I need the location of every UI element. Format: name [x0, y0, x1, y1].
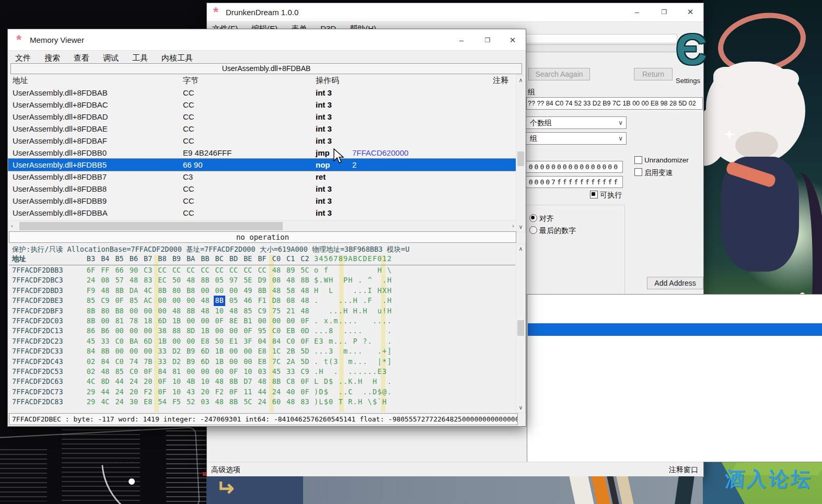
hex-byte-cell[interactable]: 44: [257, 387, 268, 397]
hex-byte-cell[interactable]: 4C: [142, 286, 154, 296]
hex-byte-cell[interactable]: E8: [257, 346, 268, 356]
hex-byte-cell[interactable]: 43: [185, 387, 196, 397]
hex-byte-cell[interactable]: 81: [171, 367, 182, 377]
col-address[interactable]: 地址: [13, 76, 28, 86]
hex-byte-cell[interactable]: 00: [199, 367, 211, 377]
hex-byte-cell[interactable]: 00: [242, 346, 253, 356]
hex-byte-cell[interactable]: 00: [214, 367, 225, 377]
hex-byte-cell[interactable]: D7: [242, 377, 253, 386]
hex-byte-cell[interactable]: 78: [128, 316, 140, 326]
hex-byte-cell[interactable]: 1B: [214, 346, 225, 356]
hex-byte-cell[interactable]: 1B: [157, 336, 168, 346]
hex-byte-cell[interactable]: D2: [171, 346, 182, 356]
hex-row[interactable]: 7FFACDF2DC53024885C00F84810000000F100345…: [9, 367, 515, 377]
hex-byte-cell[interactable]: 8B: [185, 306, 196, 316]
hex-byte-cell[interactable]: 1B: [199, 326, 211, 336]
hex-byte-cell[interactable]: 08: [271, 275, 282, 285]
hex-byte-cell[interactable]: 0F: [142, 367, 154, 377]
address-list-selected-row[interactable]: [528, 323, 822, 336]
hex-byte-cell[interactable]: 20: [199, 387, 211, 397]
hex-byte-cell[interactable]: 48: [199, 306, 211, 316]
scrollbar-thumb[interactable]: [19, 222, 283, 230]
hex-byte-cell[interactable]: 6D: [142, 336, 154, 346]
hex-byte-cell[interactable]: 48: [171, 306, 182, 316]
disasm-row[interactable]: UserAssembly.dll+8FDBAECCint 3: [8, 123, 516, 135]
hex-byte-cell[interactable]: 1B: [214, 357, 225, 367]
hex-byte-cell[interactable]: 00: [228, 286, 239, 296]
mv-menu-4[interactable]: 工具: [132, 53, 148, 63]
hex-byte-cell[interactable]: 40: [285, 387, 296, 397]
scrollbar-thumb[interactable]: [517, 151, 524, 166]
hex-byte-cell[interactable]: 24: [128, 377, 140, 386]
hex-byte-cell[interactable]: C9: [299, 367, 311, 377]
hex-byte-cell[interactable]: C3: [142, 265, 154, 275]
hex-byte-cell[interactable]: 24: [114, 397, 125, 407]
hex-byte-cell[interactable]: 6D: [157, 316, 168, 326]
hex-byte-cell[interactable]: 48: [271, 265, 282, 275]
hex-byte-cell[interactable]: 84: [99, 357, 111, 367]
hex-byte-cell[interactable]: 58: [285, 286, 296, 296]
return-button[interactable]: Return: [634, 68, 673, 80]
hex-byte-cell[interactable]: 00: [285, 316, 296, 326]
hex-byte-cell[interactable]: 48: [285, 397, 296, 407]
hex-byte-cell[interactable]: AC: [142, 296, 154, 306]
hex-view[interactable]: 保护:执行/只读 AllocationBase=7FFACDF2D000 基址=…: [9, 243, 515, 412]
minimize-button[interactable]: –: [628, 5, 646, 19]
close-button[interactable]: ✕: [504, 33, 522, 47]
maximize-button[interactable]: ❐: [479, 33, 496, 47]
hex-byte-cell[interactable]: F2: [142, 387, 154, 397]
scan-stop-input[interactable]: 00007fffffffffff: [526, 176, 623, 188]
hex-byte-cell[interactable]: 4C: [85, 377, 97, 386]
hex-byte-cell[interactable]: 8B: [85, 316, 97, 326]
hex-byte-cell[interactable]: 48: [257, 377, 268, 386]
hex-byte-cell[interactable]: 48: [285, 275, 296, 285]
hex-byte-cell[interactable]: 08: [99, 275, 111, 285]
hex-byte-cell[interactable]: 8B: [228, 397, 239, 407]
hex-byte-cell[interactable]: 0F: [157, 377, 168, 386]
hex-byte-cell[interactable]: 85: [128, 296, 140, 306]
hex-byte-cell[interactable]: C0: [114, 336, 125, 346]
hex-byte-cell[interactable]: 66: [114, 265, 125, 275]
hex-byte-cell[interactable]: EC: [157, 275, 168, 285]
scrollbar-thumb[interactable]: [517, 320, 524, 336]
hex-row[interactable]: 7FFACDF2DBD3F9488BDA4C8B80B8000000498B48…: [9, 286, 515, 296]
value-type-dropdown[interactable]: 组 ∨: [526, 132, 627, 145]
disasm-vscrollbar[interactable]: ∧ ∨: [516, 75, 526, 232]
hex-byte-cell[interactable]: C0: [285, 336, 296, 346]
hex-byte-cell[interactable]: 48: [214, 397, 225, 407]
hex-byte-cell[interactable]: 24: [271, 387, 282, 397]
disasm-row[interactable]: UserAssembly.dll+8FDBB0E9 4B246FFFjmp7FF…: [8, 147, 516, 159]
hex-byte-cell[interactable]: CC: [157, 265, 168, 275]
disasm-row[interactable]: UserAssembly.dll+8FDBBACCint 3: [8, 207, 516, 219]
hex-byte-cell[interactable]: 29: [85, 397, 97, 407]
speedhack-checkbox[interactable]: [634, 168, 642, 176]
hex-byte-cell[interactable]: 00: [128, 326, 140, 336]
mv-address-bar[interactable]: UserAssembly.dll+8FDBAB: [10, 63, 522, 74]
hex-byte-cell[interactable]: 46: [242, 296, 253, 306]
hex-byte-cell[interactable]: 00: [228, 357, 239, 367]
hex-row[interactable]: 7FFACDF2DC83294C2430E854F55203488B5C2460…: [9, 397, 515, 407]
disasm-operand-cell[interactable]: 7FFACD620000: [352, 147, 409, 159]
hex-row[interactable]: 7FFACDF2DBB36FFF6690C3CCCCCCCCCCCCCCCC48…: [9, 265, 515, 275]
hex-byte-cell[interactable]: D9: [257, 275, 268, 285]
hex-byte-cell[interactable]: 1C: [271, 346, 282, 356]
hex-byte-cell[interactable]: 48: [299, 286, 311, 296]
hex-byte-cell[interactable]: 6D: [199, 357, 211, 367]
hex-byte-cell[interactable]: 8B: [157, 286, 168, 296]
hex-byte-cell[interactable]: E8: [257, 357, 268, 367]
hex-vscrollbar[interactable]: ∧ ∨: [516, 243, 526, 413]
hex-byte-cell[interactable]: 00: [228, 346, 239, 356]
hex-byte-cell[interactable]: CC: [199, 265, 211, 275]
comment-window-link[interactable]: 注释窗口: [669, 465, 698, 475]
hex-byte-cell[interactable]: 0F: [299, 387, 311, 397]
hex-byte-cell[interactable]: 8D: [99, 377, 111, 386]
hex-byte-cell[interactable]: 00: [142, 346, 154, 356]
hex-byte-cell[interactable]: 8B: [199, 275, 211, 285]
cheat-engine-logo-icon[interactable]: Є: [676, 24, 707, 75]
hex-byte-cell[interactable]: CC: [214, 265, 225, 275]
hex-byte-cell[interactable]: 48: [99, 286, 111, 296]
hex-row[interactable]: 7FFACDF2DC33848B00000033D2B96D1B0000E81C…: [9, 346, 515, 356]
hex-byte-cell[interactable]: 0F: [299, 316, 311, 326]
hex-byte-cell[interactable]: 00: [128, 346, 140, 356]
hex-byte-cell[interactable]: 84: [85, 346, 97, 356]
